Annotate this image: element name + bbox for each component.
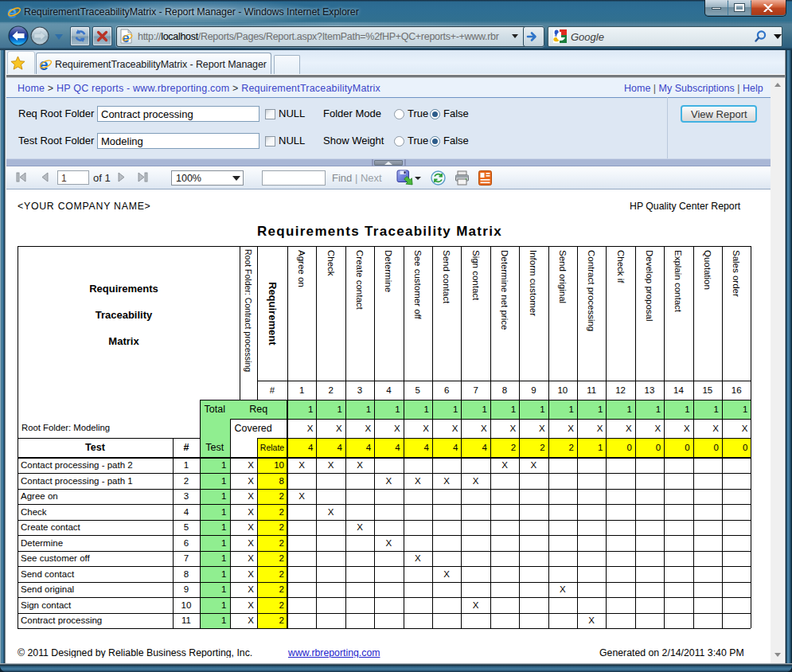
svg-text:e: e (7, 5, 17, 19)
svg-text:e: e (39, 57, 48, 71)
